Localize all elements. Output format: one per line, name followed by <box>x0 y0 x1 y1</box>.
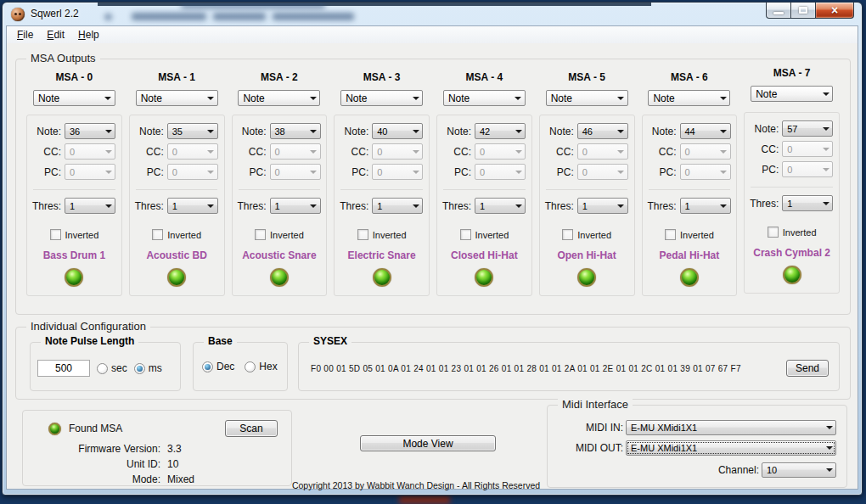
pc-select: 0 <box>372 164 423 180</box>
window-controls: × <box>766 3 854 19</box>
msa-channel-title: MSA - 5 <box>568 71 605 83</box>
channel-select[interactable]: 10 <box>762 462 836 478</box>
minimize-button[interactable] <box>766 3 791 19</box>
chevron-down-icon <box>819 202 832 205</box>
msa-channel-frame: Note: 40 CC: 0 PC: 0 <box>334 115 430 296</box>
inverted-checkbox[interactable]: Inverted <box>665 229 714 240</box>
chevron-down-icon <box>306 97 319 100</box>
channel-led-icon <box>577 268 596 287</box>
background-window-blur <box>213 13 266 20</box>
output-mode-select[interactable]: Note <box>546 90 628 106</box>
cc-select: 0 <box>167 143 218 160</box>
menu-help[interactable]: Help <box>71 27 106 42</box>
inverted-checkbox[interactable]: Inverted <box>768 227 817 238</box>
cc-label: CC: <box>236 146 270 158</box>
pulse-length-input[interactable] <box>37 360 90 377</box>
output-mode-select[interactable]: Note <box>136 90 218 106</box>
scan-button[interactable]: Scan <box>225 420 278 437</box>
inverted-checkbox[interactable]: Inverted <box>357 229 407 240</box>
sysex-title: SYSEX <box>309 335 351 347</box>
radio-icon <box>97 363 108 374</box>
output-mode-select[interactable]: Note <box>33 90 115 106</box>
note-select[interactable]: 35 <box>167 123 218 139</box>
note-label: Note: <box>133 126 167 137</box>
thres-label: Thres: <box>646 200 680 212</box>
msa-channel-title: MSA - 1 <box>158 71 195 83</box>
checkbox-icon <box>357 229 368 240</box>
output-mode-select[interactable]: Note <box>751 86 833 102</box>
pc-label: PC: <box>748 164 782 176</box>
divider <box>649 189 731 190</box>
thres-select[interactable]: 1 <box>782 195 833 211</box>
inverted-checkbox[interactable]: Inverted <box>152 229 201 240</box>
status-fields: Firmware Version: 3.3 Unit ID: 10 Mode: … <box>23 441 291 487</box>
note-label: Note: <box>646 126 680 137</box>
maximize-icon <box>799 7 807 14</box>
output-mode-select[interactable]: Note <box>238 90 320 106</box>
thres-label: Thres: <box>133 200 167 212</box>
midi-in-select[interactable]: E-MU XMidi1X1 <box>626 420 836 435</box>
mode-row: Mode: Mixed <box>23 472 291 487</box>
menu-file[interactable]: File <box>10 27 40 42</box>
pc-label: PC: <box>543 166 577 178</box>
sec-radio[interactable]: sec <box>97 362 127 374</box>
thres-select[interactable]: 1 <box>680 198 731 214</box>
chevron-down-icon <box>823 468 835 472</box>
msa-channel-frame: Note: 35 CC: 0 PC: 0 <box>129 115 225 296</box>
maximize-button[interactable] <box>791 3 815 19</box>
msa-channel-frame: Note: 46 CC: 0 PC: 0 <box>539 115 635 296</box>
inverted-checkbox[interactable]: Inverted <box>460 229 509 240</box>
close-button[interactable]: × <box>815 3 854 19</box>
thres-select[interactable]: 1 <box>65 198 115 214</box>
note-select[interactable]: 42 <box>475 123 526 139</box>
chevron-down-icon <box>102 130 115 133</box>
cc-select: 0 <box>782 141 833 157</box>
note-select[interactable]: 57 <box>782 120 833 137</box>
send-button[interactable]: Send <box>786 360 829 377</box>
hex-radio[interactable]: Hex <box>245 361 277 372</box>
note-label: Note: <box>338 126 372 137</box>
note-select[interactable]: 38 <box>270 123 321 139</box>
window-title: Sqwerl 2.2 <box>31 8 79 20</box>
note-label: Note: <box>543 126 577 137</box>
chevron-down-icon <box>307 204 320 208</box>
chevron-down-icon <box>615 130 627 133</box>
note-select[interactable]: 46 <box>577 123 628 139</box>
thres-select[interactable]: 1 <box>270 198 321 214</box>
thres-label: Thres: <box>543 200 577 212</box>
msa-channel-title: MSA - 7 <box>773 67 811 79</box>
output-mode-select[interactable]: Note <box>443 90 526 106</box>
checkbox-icon <box>562 229 573 240</box>
midi-out-select[interactable]: E-MU XMidi1X1 <box>626 440 836 456</box>
divider <box>239 189 321 190</box>
menu-edit[interactable]: Edit <box>40 27 71 42</box>
inverted-checkbox[interactable]: Inverted <box>562 229 611 240</box>
msa-outputs-title: MSA Outputs <box>26 52 100 64</box>
inverted-checkbox[interactable]: Inverted <box>50 229 99 240</box>
channel-led-icon <box>65 268 83 287</box>
inverted-checkbox[interactable]: Inverted <box>255 229 304 240</box>
titlebar[interactable]: Sqwerl 2.2 <box>3 3 862 25</box>
thres-select[interactable]: 1 <box>577 198 628 214</box>
dec-radio[interactable]: Dec <box>202 361 234 372</box>
pc-select: 0 <box>680 164 731 180</box>
note-select[interactable]: 44 <box>680 123 731 139</box>
ms-radio[interactable]: ms <box>134 362 162 374</box>
msa-channel-frame: Note: 42 CC: 0 PC: 0 <box>436 115 532 296</box>
chevron-down-icon <box>307 130 320 133</box>
chevron-down-icon <box>307 150 320 154</box>
channel-led-icon <box>167 268 186 287</box>
checkbox-icon <box>768 227 779 238</box>
thres-select[interactable]: 1 <box>475 198 526 214</box>
pc-label: PC: <box>236 166 270 178</box>
output-mode-select[interactable]: Note <box>648 90 730 106</box>
chevron-down-icon <box>205 130 217 133</box>
note-select[interactable]: 40 <box>372 123 423 139</box>
thres-select[interactable]: 1 <box>167 198 218 214</box>
msa-channel: MSA - 6 Note Note: 44 CC: 0 PC: <box>642 71 738 296</box>
thres-select[interactable]: 1 <box>372 198 423 214</box>
chevron-down-icon <box>819 168 832 171</box>
note-select[interactable]: 36 <box>65 123 115 139</box>
mode-view-button[interactable]: Mode View <box>360 435 496 451</box>
output-mode-select[interactable]: Note <box>340 90 423 106</box>
